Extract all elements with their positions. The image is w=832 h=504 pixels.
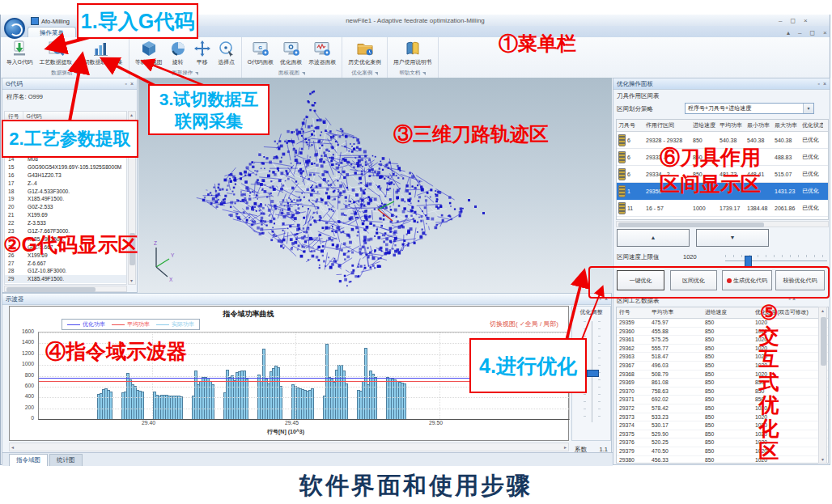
speed-limit-slider[interactable] [725, 260, 827, 261]
extract-data-button[interactable]: 工艺数据提取 [37, 39, 74, 69]
manual-button[interactable]: 用户使用说明书 [392, 39, 434, 69]
ribbon-group-label: 面板视图 [246, 69, 338, 78]
cell-status: 已优化 [800, 204, 823, 212]
gcode-row[interactable]: 29X185.49F1500. [5, 275, 126, 283]
data-table-row[interactable]: 29372578.428501020 [617, 404, 828, 413]
group-expander-icon[interactable] [422, 72, 426, 75]
minimize-icon[interactable]: – [779, 17, 782, 24]
cell-max: 1431.23 [773, 188, 800, 194]
ribbon-button-label: 示波器面板 [308, 58, 336, 66]
data-table-row[interactable]: 29368508.798501020 [617, 371, 828, 379]
speed-limit-value: 1020 [683, 253, 697, 260]
gcode-row[interactable]: 15G0G90G54X199.69Y-105.1925S8000M [5, 163, 126, 172]
data-table-row[interactable]: 29360455.888501020 [617, 328, 828, 337]
pin-icon[interactable]: ▫ [125, 81, 126, 87]
collect-data-button[interactable]: 试切数据联网采集 [77, 39, 124, 69]
tab-command-domain[interactable]: 指令域图 [9, 454, 48, 466]
col-header: 最大功率 [773, 121, 800, 129]
cell: 29373 [617, 413, 649, 421]
minimize-icon[interactable]: – [798, 29, 801, 36]
chevron-down-icon[interactable]: ▾ [803, 104, 813, 113]
data-table-row[interactable]: 29362555.778501020 [617, 345, 828, 354]
gcode-row[interactable]: 27Z-6.667 [5, 260, 126, 268]
data-table-row[interactable]: 29359475.978501020 [617, 319, 828, 328]
data-table-row[interactable]: 29379470.508501020 [617, 447, 828, 456]
restore-icon[interactable]: ◻ [809, 29, 815, 36]
svg-text:Y: Y [171, 252, 175, 258]
pin-icon[interactable]: ▫ [817, 81, 819, 87]
data-table-row[interactable]: 29376520.258501020 [617, 438, 828, 447]
tool-table-hscrollbar[interactable] [616, 221, 829, 227]
tab-operation-menu[interactable]: 操作菜单 [28, 27, 76, 38]
pick-point-button[interactable]: 选择点 [216, 39, 237, 69]
strategy-select[interactable]: 程序号+刀具号+进给速度 ▾ [685, 103, 814, 114]
rotate-button[interactable]: 旋转 [168, 39, 189, 69]
data-table-row[interactable]: 29374530.178501020 [617, 421, 828, 430]
data-table-row[interactable]: 29373533.238501020 [617, 413, 828, 422]
isometric-view-button[interactable]: 等轴测视图 [134, 39, 164, 69]
opt-panel-button[interactable]: 优化面板 [278, 39, 304, 69]
annotation-toolpath-area: ③三维刀路轨迹区 [393, 121, 549, 147]
gcode-text: G0Z-2.533 [28, 203, 53, 211]
pan-button[interactable]: 平移 [192, 39, 213, 69]
group-expander-icon[interactable] [74, 72, 78, 75]
gcode-row[interactable]: 22Z-3.533 [5, 219, 126, 227]
data-table-row[interactable]: 29369861.08850850 [617, 379, 828, 388]
move-down-button[interactable]: ▼ [696, 229, 769, 247]
ribbon-button-label: 旋转 [172, 58, 184, 66]
gcode-row[interactable]: 19X185.49F1500. [5, 195, 126, 203]
cell: 529.90 [649, 430, 703, 438]
tool-table-row[interactable]: 1116 - 5710001739.171384.482061.86已优化 [617, 200, 828, 217]
y-tick-label: 600 [11, 383, 34, 388]
gcode-row[interactable]: 21X199.69 [5, 211, 126, 219]
x-tick-label: 29.45 [285, 420, 299, 426]
chart-hscrollbar[interactable]: ◂ ▸ [9, 443, 569, 451]
gcode-panel-title: G代码 [6, 80, 23, 88]
collapse-ribbon-icon[interactable]: ▴ [787, 29, 790, 36]
ribbon-controls: ▴ – ◻ × [787, 29, 827, 36]
interval-process-data-table[interactable]: 行号平均功率进给速度优化速度(双击可修改)29359475.9785010202… [616, 307, 829, 464]
adjust-slider-handle[interactable] [587, 370, 599, 377]
data-table-row[interactable]: 29380456.338501020 [617, 456, 828, 464]
gcode-text: X199.69 [28, 211, 48, 219]
gcode-row[interactable]: 17Z-.4 [5, 180, 126, 188]
slider-handle[interactable] [745, 256, 752, 267]
close-icon[interactable]: × [130, 81, 134, 87]
group-expander-icon[interactable] [375, 72, 378, 75]
pan-icon [193, 40, 211, 57]
history-button[interactable]: 历史优化案例 [346, 39, 383, 69]
close-icon[interactable]: × [804, 17, 808, 24]
gcode-row[interactable]: 16G43H1Z20.T3 [5, 172, 126, 180]
data-table-row[interactable]: 29361575.258501020 [617, 336, 828, 345]
power-bar [109, 392, 112, 419]
svg-text:G: G [258, 45, 262, 50]
data-table-row[interactable]: 29367496.038501020 [617, 362, 828, 371]
gcode-line-number: 18 [5, 188, 28, 196]
group-expander-icon[interactable] [195, 72, 198, 75]
cell: 850 [703, 438, 753, 447]
data-table-vscrollbar[interactable]: ▴ ▾ [818, 307, 827, 464]
group-expander-icon[interactable] [302, 72, 305, 75]
col-header: 平均功率 [718, 121, 745, 129]
data-table-row[interactable]: 29371692.02850850 [617, 396, 828, 404]
gcode-hscrollbar[interactable] [4, 286, 127, 292]
move-up-button[interactable]: ▲ [617, 229, 690, 247]
view-toggle-label[interactable]: 切换视图( ✓全局 / 局部) [490, 320, 558, 328]
tool-table-header: 刀具号作用行区间进给速度平均功率最小功率最大功率优化状态 [617, 120, 828, 132]
osc-panel-button[interactable]: 示波器面板 [307, 39, 337, 69]
restore-icon[interactable]: ◻ [790, 17, 796, 24]
data-table-row[interactable]: 29363518.478501020 [617, 353, 828, 362]
gcode-panel-button[interactable]: GG代码面板 [246, 39, 275, 69]
data-table-row[interactable]: 29370758.63850850 [617, 388, 828, 396]
import-gcode-button[interactable]: 导入G代码 [5, 39, 34, 69]
close-icon[interactable]: × [823, 29, 827, 36]
close-icon[interactable]: × [823, 81, 826, 87]
data-table-row[interactable]: 29375529.908501020 [617, 430, 828, 439]
tab-statistics[interactable]: 统计图 [49, 454, 83, 466]
gcode-row[interactable]: 18G1Z-4.533F3000. [5, 188, 126, 196]
gcode-row[interactable]: 20G0Z-2.533 [5, 203, 126, 211]
quick-access-toolbar: Afo-Milling [31, 17, 70, 25]
gcode-row[interactable]: 28G1Z-10.8F3000. [5, 267, 126, 275]
ribbon-toolbar: 导入G代码工艺数据提取试切数据联网采集数据驱动等轴测视图旋转平移选择点图形操作G… [1, 37, 830, 78]
cell: 850 [703, 430, 753, 438]
